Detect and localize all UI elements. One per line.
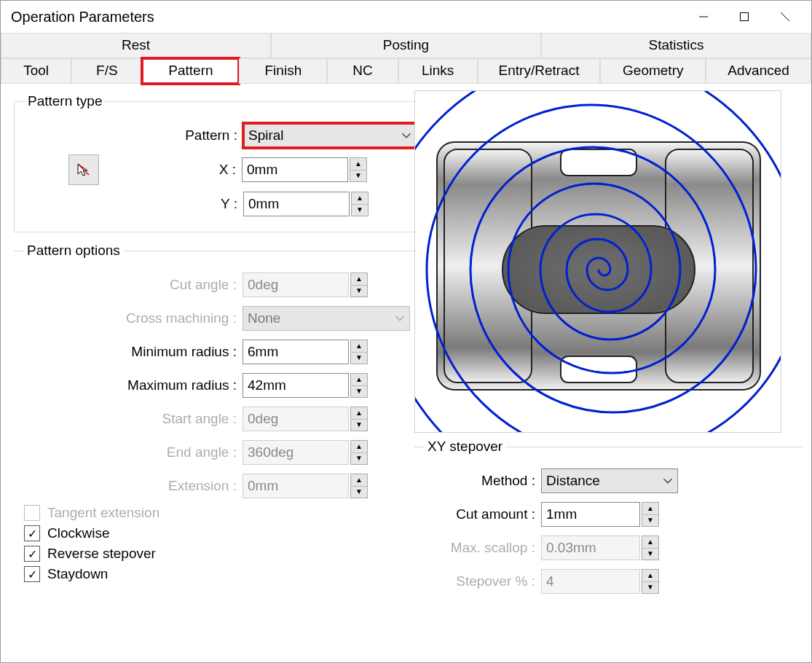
svg-rect-12 (561, 356, 636, 382)
tab-statistics[interactable]: Statistics (541, 33, 811, 58)
chevron-down-icon (663, 476, 673, 486)
checkbox-staydown[interactable]: ✓ Staydown (24, 566, 410, 582)
label-y: Y : (25, 196, 243, 212)
label-method: Method : (425, 473, 541, 489)
pick-point-button[interactable] (68, 154, 99, 185)
tab-row-bottom: Tool F/S Pattern Finish NC Links Entry/R… (1, 58, 811, 84)
min-radius-field[interactable]: 6mm (243, 340, 349, 364)
window-title: Operation Parameters (11, 9, 683, 26)
label-cut-amount: Cut amount : (425, 506, 541, 522)
label-max-radius: Maximum radius : (24, 377, 243, 393)
end-angle-field: 360deg (243, 440, 349, 465)
checkbox-tangent-extension: Tangent extension (24, 505, 410, 521)
legend-xy-stepover: XY stepover (425, 439, 505, 455)
label-end-angle: End angle : (24, 444, 243, 460)
method-dropdown[interactable]: Distance (541, 468, 678, 493)
group-pattern-type: Pattern type Pattern : Spiral X : 0mm ▲▼ (14, 93, 427, 232)
tab-geometry[interactable]: Geometry (600, 58, 706, 84)
label-pattern: Pattern : (25, 128, 243, 144)
extension-spinner: ▲▼ (350, 474, 368, 498)
label-min-radius: Minimum radius : (24, 344, 243, 360)
tabs-container: Rest Posting Statistics Tool F/S Pattern… (1, 33, 811, 85)
left-column: Pattern type Pattern : Spiral X : 0mm ▲▼ (14, 90, 407, 619)
svg-rect-1 (741, 13, 749, 21)
tab-entry-retract[interactable]: Entry/Retract (478, 58, 601, 84)
start-angle-field: 0deg (243, 407, 349, 431)
checkbox-reverse-label: Reverse stepover (47, 546, 156, 562)
chevron-down-icon (395, 313, 405, 323)
max-scallop-spinner: ▲▼ (642, 536, 659, 560)
method-value: Distance (546, 473, 600, 489)
label-max-scallop: Max. scallop : (425, 540, 541, 556)
svg-line-3 (781, 12, 789, 21)
pattern-value: Spiral (248, 128, 284, 144)
label-start-angle: Start angle : (24, 411, 243, 427)
tab-posting[interactable]: Posting (271, 33, 541, 58)
cursor-pick-icon (76, 162, 92, 178)
legend-pattern-options: Pattern options (24, 243, 123, 259)
tab-rest[interactable]: Rest (1, 33, 271, 58)
cross-machining-value: None (248, 310, 280, 326)
preview-image (414, 90, 781, 433)
max-scallop-field: 0.03mm (541, 536, 640, 560)
checkbox-clockwise[interactable]: ✓ Clockwise (24, 525, 410, 541)
minimize-button[interactable] (683, 1, 724, 33)
svg-rect-11 (561, 149, 636, 176)
legend-pattern-type: Pattern type (25, 93, 105, 109)
tab-links[interactable]: Links (398, 58, 478, 84)
extension-field: 0mm (243, 474, 349, 498)
label-cut-angle: Cut angle : (24, 277, 243, 293)
end-angle-spinner: ▲▼ (350, 440, 368, 465)
group-xy-stepover: XY stepover Method : Distance Cut amount… (414, 439, 803, 609)
check-icon: ✓ (28, 547, 37, 561)
start-angle-spinner: ▲▼ (350, 407, 368, 431)
x-field[interactable]: 0mm (242, 157, 348, 182)
y-spinner[interactable]: ▲▼ (351, 192, 368, 216)
pattern-dropdown[interactable]: Spiral (243, 123, 417, 148)
tab-advanced[interactable]: Advanced (706, 58, 811, 84)
tab-fs[interactable]: F/S (71, 58, 142, 84)
y-field[interactable]: 0mm (243, 192, 350, 216)
max-radius-field[interactable]: 42mm (243, 373, 349, 398)
maximize-button[interactable] (724, 1, 765, 33)
tab-row-top: Rest Posting Statistics (1, 33, 811, 58)
tab-finish[interactable]: Finish (239, 58, 327, 84)
right-column: XY stepover Method : Distance Cut amount… (407, 90, 803, 619)
label-extension: Extension : (24, 478, 243, 494)
check-icon: ✓ (28, 527, 37, 541)
cut-angle-field: 0deg (243, 272, 349, 297)
checkbox-tangent-label: Tangent extension (47, 505, 159, 521)
cut-amount-spinner[interactable]: ▲▼ (642, 502, 659, 527)
tab-nc[interactable]: NC (327, 58, 398, 84)
close-button[interactable] (765, 1, 805, 33)
label-x: X : (99, 162, 242, 178)
stepover-pct-field: 4 (541, 569, 640, 594)
checkbox-staydown-label: Staydown (47, 566, 108, 582)
max-radius-spinner[interactable]: ▲▼ (350, 373, 368, 398)
tab-pattern[interactable]: Pattern (142, 58, 239, 84)
content-pane: Pattern type Pattern : Spiral X : 0mm ▲▼ (1, 85, 811, 619)
cut-amount-field[interactable]: 1mm (541, 502, 640, 527)
cut-angle-spinner: ▲▼ (350, 272, 368, 297)
checkbox-reverse-stepover[interactable]: ✓ Reverse stepover (24, 546, 410, 562)
cross-machining-dropdown: None (243, 306, 410, 331)
label-stepover-pct: Stepover % : (425, 573, 541, 589)
titlebar: Operation Parameters (1, 1, 811, 33)
group-pattern-options: Pattern options Cut angle : 0deg ▲▼ Cros… (14, 243, 420, 595)
min-radius-spinner[interactable]: ▲▼ (350, 340, 368, 364)
tab-tool[interactable]: Tool (1, 58, 71, 84)
check-icon: ✓ (28, 568, 37, 581)
x-spinner[interactable]: ▲▼ (350, 157, 367, 182)
label-cross-machining: Cross machining : (24, 310, 243, 326)
stepover-pct-spinner: ▲▼ (642, 569, 659, 594)
checkbox-clockwise-label: Clockwise (47, 525, 110, 541)
